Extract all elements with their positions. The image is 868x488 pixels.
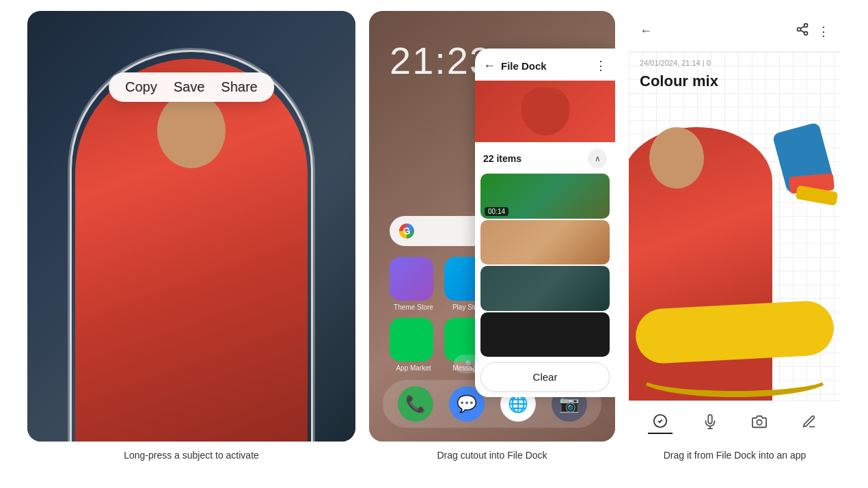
svg-point-2 (804, 31, 808, 35)
panel-longpress: Copy Save Share Long-press a subject to … (27, 11, 355, 461)
toolbar-pen-icon[interactable] (797, 409, 822, 434)
phone-frame-2: 21:23 G Theme Store Play Store (369, 11, 615, 442)
thumbnail-1[interactable]: 00:14 (480, 174, 610, 219)
subject-head (157, 93, 226, 168)
note-meta: 24/01/2024, 21:14 | 0 (640, 59, 711, 67)
clear-button[interactable]: Clear (480, 362, 610, 392)
popup-menu: Copy Save Share (109, 72, 274, 102)
note-content: 24/01/2024, 21:14 | 0 Colour mix (629, 52, 841, 401)
panel-filedock: 21:23 G Theme Store Play Store (369, 11, 615, 461)
panels-row: Copy Save Share Long-press a subject to … (27, 11, 841, 481)
file-dock-back-icon[interactable]: ← (483, 59, 496, 73)
note-share-icon[interactable] (796, 23, 809, 40)
file-dock-more-icon[interactable]: ⋮ (595, 58, 607, 73)
toolbar-mic-icon[interactable] (698, 409, 722, 434)
file-dock-header: ← File Dock ⋮ (475, 49, 615, 81)
caption-1: Long-press a subject to activate (27, 450, 355, 461)
preview-cutout (521, 87, 569, 135)
file-dock-items-header: 22 items ∧ (475, 142, 615, 174)
items-count: 22 items (483, 153, 521, 164)
note-toolbar (629, 401, 841, 442)
google-g-icon: G (399, 223, 414, 239)
phone-frame-3: ← ⋮ 24/01/2024, 21:14 | 0 Colour mix (629, 11, 841, 442)
note-title: Colour mix (640, 72, 718, 90)
note-artwork (629, 100, 841, 401)
app-market-icon (390, 318, 433, 362)
svg-line-4 (800, 26, 804, 28)
note-more-icon[interactable]: ⋮ (817, 24, 830, 39)
share-button[interactable]: Share (221, 79, 257, 95)
file-dock-thumbnails: 00:14 (475, 174, 615, 357)
copy-button[interactable]: Copy (125, 79, 157, 95)
panel-colourmix: ← ⋮ 24/01/2024, 21:14 | 0 Colour mix (629, 11, 841, 461)
svg-point-0 (804, 24, 808, 27)
theme-store-icon (390, 257, 433, 301)
theme-store-label: Theme Store (390, 303, 437, 311)
app-market-label: App Market (390, 364, 437, 372)
note-header: ← ⋮ (629, 11, 841, 52)
brush-scribble (639, 360, 830, 397)
video-time-badge: 00:14 (485, 207, 508, 216)
phone-frame-1: Copy Save Share (27, 11, 355, 442)
person-head (649, 127, 704, 189)
dock-phone-icon[interactable]: 📞 (398, 386, 433, 422)
app-market[interactable]: App Market (390, 318, 437, 372)
file-dock-preview (475, 81, 615, 142)
collapse-button[interactable]: ∧ (588, 149, 607, 168)
caption-3: Drag it from File Dock into an app (629, 450, 841, 461)
svg-line-3 (800, 30, 804, 32)
svg-point-1 (798, 28, 801, 31)
svg-point-8 (757, 420, 762, 424)
note-back-icon[interactable]: ← (640, 24, 652, 38)
toolbar-camera-icon[interactable] (747, 409, 772, 434)
save-button[interactable]: Save (174, 79, 205, 95)
thumbnail-3[interactable] (480, 266, 610, 311)
main-container: Copy Save Share Long-press a subject to … (0, 0, 868, 488)
file-dock-title: File Dock (501, 60, 595, 72)
thumbnail-2[interactable] (480, 220, 610, 265)
caption-2: Drag cutout into File Dock (369, 450, 615, 461)
toolbar-check-icon[interactable] (648, 409, 673, 434)
app-theme-store[interactable]: Theme Store (390, 257, 437, 311)
file-dock-overlay: ← File Dock ⋮ 22 items ∧ 00:14 (475, 49, 615, 397)
thumbnail-4[interactable] (480, 312, 610, 357)
brush-yellow-stroke (634, 299, 835, 364)
